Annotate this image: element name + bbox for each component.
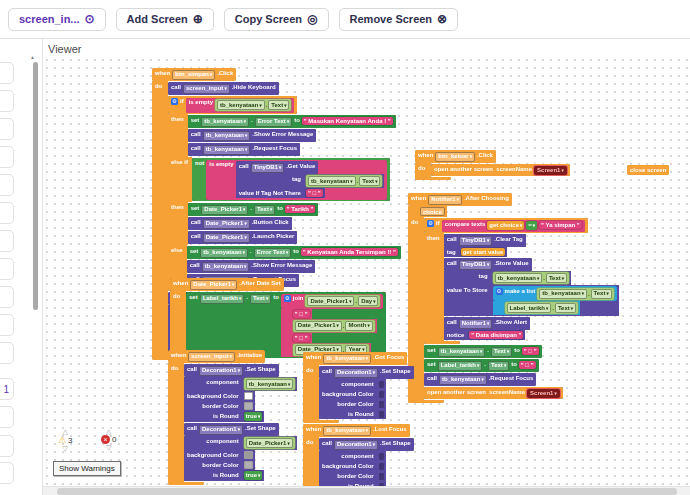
component-ref-block[interactable]: Date_Picker1 — [244, 437, 295, 449]
component-dropdown[interactable]: Date_Picker1 — [295, 321, 342, 331]
param-choice[interactable]: choice — [420, 207, 445, 216]
dropdown-tinydb1[interactable]: TinyDB1 — [459, 260, 493, 270]
mutator-gear-icon[interactable]: ⚙ — [427, 220, 434, 227]
dropdown-notifier1[interactable]: Notifier1 — [459, 319, 493, 329]
block[interactable]: callTinyDB1.Store Valuetagtb_kenyataan.T… — [444, 258, 619, 316]
empty-socket[interactable] — [379, 463, 384, 470]
component-getter-block[interactable]: tb_kenyataan.Text — [493, 272, 569, 284]
block[interactable]: settb_kenyataan.Textto" □ " — [424, 345, 542, 358]
logic-true-block[interactable]: true — [244, 471, 263, 480]
text-string-block[interactable]: " □ " — [293, 310, 310, 318]
component-dropdown[interactable]: Date_Picker1 — [246, 438, 293, 448]
when-screen-input-initialize[interactable]: whenscreen_input.InitializedocallDecorat… — [168, 350, 297, 485]
color-swatch[interactable] — [244, 392, 253, 400]
block[interactable]: open another screen screenNameScreen1 — [431, 164, 570, 176]
component-getter-block[interactable]: Label_tarikh.Text — [505, 302, 578, 314]
dropdown-date-picker1[interactable]: Date_Picker1 — [190, 280, 237, 290]
block[interactable]: callDecoration1.Set ShapecomponentDate_P… — [184, 423, 297, 481]
horizontal-scrollbar-thumb[interactable] — [57, 488, 677, 495]
when-tb-kenyataan-lost-focus[interactable]: whentb_kenyataan.Lost FocusdocallDecorat… — [303, 424, 414, 495]
empty-socket[interactable] — [379, 453, 384, 460]
dropdown-label-tarikh[interactable]: Label_tarikh — [200, 294, 245, 304]
error-up-chevron[interactable]: △ — [106, 428, 111, 435]
dropdown-tb-kenyataan[interactable]: tb_kenyataan — [439, 375, 487, 385]
dropdown-text[interactable]: Text — [491, 347, 512, 357]
dropdown-tb-kenyataan[interactable]: tb_kenyataan — [203, 131, 251, 141]
block[interactable]: is emptytb_kenyataan.Text — [186, 98, 295, 113]
mutator-gear-icon[interactable]: ⚙ — [496, 288, 503, 295]
component-getter-block[interactable]: Date_Picker1.Month — [293, 320, 375, 332]
block[interactable]: callDecoration1.Set Shapecomponenttb_ken… — [184, 364, 297, 422]
horizontal-scrollbar[interactable] — [43, 486, 690, 495]
component-ref-block[interactable]: tb_kenyataan — [244, 378, 296, 390]
dropdown-decoration1[interactable]: Decoration1 — [199, 425, 243, 435]
dropdown-decoration1[interactable]: Decoration1 — [334, 368, 378, 378]
empty-socket[interactable] — [379, 391, 384, 398]
component-dropdown[interactable]: tb_kenyataan — [495, 273, 543, 283]
property-dropdown[interactable]: Day — [358, 296, 378, 306]
dropdown-tb-kenyataan[interactable]: tb_kenyataan — [203, 145, 251, 155]
property-dropdown[interactable]: Text — [546, 273, 567, 283]
block[interactable]: callDecoration1.Set Shapecomponentbackgr… — [319, 438, 414, 491]
dropdown-date-picker1[interactable]: Date_Picker1 — [201, 205, 248, 215]
block[interactable]: compare textsget choice=" Ya simpan " — [442, 220, 585, 232]
dropdown-notifier1[interactable]: Notifier1 — [428, 195, 462, 205]
block[interactable]: callNotifier1.Show Alertnotice" Data dis… — [444, 317, 530, 340]
when-notifier1-after-choosing[interactable]: whenNotifier1.After Choosingchoicedo⚙ifc… — [408, 193, 619, 403]
component-dropdown[interactable]: tb_kenyataan — [217, 100, 265, 110]
component-dropdown[interactable]: tb_kenyataan — [246, 379, 294, 389]
mutator-gear-icon[interactable]: ⚙ — [284, 295, 291, 302]
component-getter-block[interactable]: tb_kenyataan.Text — [306, 175, 382, 187]
empty-socket[interactable] — [379, 381, 384, 388]
component-getter-block[interactable]: Date_Picker1.Day — [305, 295, 380, 307]
dropdown-btn-simpan[interactable]: btn_simpan — [172, 70, 215, 80]
block[interactable]: calltb_kenyataan.Request Focus — [424, 373, 536, 386]
block[interactable]: settb_kenyataan.Error Textto" Kenyataan … — [187, 246, 401, 259]
color-swatch[interactable] — [244, 451, 253, 459]
text-string-block[interactable]: " □ " — [293, 334, 310, 342]
if-then-block[interactable]: ⚙ifcompare textsget choice=" Ya simpan "… — [424, 218, 619, 344]
block[interactable]: notis emptycallTinyDB1.Get Valuetagtb_ke… — [192, 158, 390, 201]
dropdown-date-picker1[interactable]: Date_Picker1 — [203, 219, 250, 229]
block[interactable]: calltb_kenyataan.Show Error Message — [188, 129, 317, 142]
dropdown-decoration1[interactable]: Decoration1 — [334, 440, 378, 450]
dropdown-text[interactable]: Text — [250, 294, 271, 304]
color-swatch[interactable] — [244, 461, 253, 469]
error-down-chevron[interactable]: ▽ — [106, 444, 111, 451]
dropdown-tb-kenyataan[interactable]: tb_kenyataan — [323, 426, 371, 436]
screen-name-block[interactable]: Screen1 — [527, 389, 560, 398]
text-string-block[interactable]: " Masukan Kenyataan Anda ! " — [302, 117, 393, 125]
block[interactable]: setDate_Picker1.Textto" Tarikh " — [188, 203, 319, 216]
text-string-block[interactable]: " Tarikh " — [285, 205, 316, 213]
block[interactable]: callDate_Picker1.Button Click — [188, 217, 292, 230]
block[interactable]: ⚙joinDate_Picker1.Day" □ "Date_Picker1.M… — [281, 294, 384, 357]
dropdown-btn-keluar[interactable]: btn_keluar — [435, 152, 475, 162]
screen-name-block[interactable]: Screen1 — [534, 166, 567, 175]
dropdown-decoration1[interactable]: Decoration1 — [199, 366, 243, 376]
component-dropdown[interactable]: Label_tarikh — [507, 303, 552, 313]
color-swatch[interactable] — [244, 402, 253, 410]
text-string-block[interactable]: " □ " — [522, 347, 539, 355]
dropdown-error-text[interactable]: Error Text — [255, 117, 293, 127]
dropdown-label-tarikh[interactable]: Label_tarikh — [438, 361, 483, 371]
text-string-block[interactable]: " Kenyataan Anda Tersimpan !! " — [301, 248, 398, 256]
variable-get-block[interactable]: get start value — [461, 248, 506, 256]
dropdown-tb-kenyataan[interactable]: tb_kenyataan — [202, 262, 250, 272]
block[interactable]: callscreen_input.Hide Keyboard — [168, 82, 279, 95]
empty-socket[interactable] — [379, 411, 384, 418]
component-dropdown[interactable]: tb_kenyataan — [308, 176, 356, 186]
dropdown-text[interactable]: Text — [254, 205, 275, 215]
dropdown-tinydb1[interactable]: TinyDB1 — [251, 163, 285, 173]
text-string-block[interactable]: " Ya simpan " — [539, 221, 582, 229]
block[interactable]: is emptycallTinyDB1.Get Valuetagtb_kenya… — [206, 160, 387, 200]
operator-dropdown[interactable]: = — [526, 221, 537, 230]
dropdown-tb-kenyataan[interactable]: tb_kenyataan — [323, 354, 371, 364]
dropdown-error-text[interactable]: Error Text — [254, 248, 292, 258]
dropdown-date-picker1[interactable]: Date_Picker1 — [203, 233, 250, 243]
dropdown-screen-input[interactable]: screen_input — [183, 84, 230, 94]
block[interactable]: calltb_kenyataan.Show Error Message — [187, 260, 316, 273]
block[interactable]: ⚙make a listtb_kenyataan.TextLabel_tarik… — [493, 286, 617, 315]
component-getter-block[interactable]: tb_kenyataan.Text — [537, 288, 613, 300]
if-then-block[interactable]: ⚙ifis emptytb_kenyataan.Textthensettb_ke… — [168, 96, 401, 291]
component-dropdown[interactable]: tb_kenyataan — [539, 289, 587, 299]
